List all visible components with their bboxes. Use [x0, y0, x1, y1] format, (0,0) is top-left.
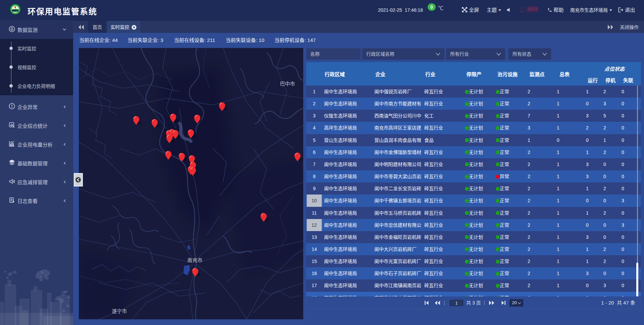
svg-text:遂宁市: 遂宁市 — [112, 308, 127, 314]
svg-text:南充市: 南充市 — [187, 257, 202, 263]
svg-text:巴中市: 巴中市 — [280, 81, 295, 87]
